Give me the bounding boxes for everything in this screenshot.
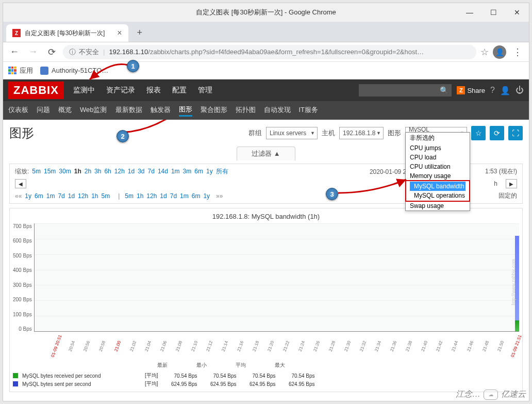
search-input[interactable] [359,84,452,96]
fullscreen-button[interactable]: ⛶ [508,126,523,140]
zoom-option[interactable]: 6m [194,168,203,175]
zoom-option[interactable]: 15m [44,168,56,175]
zoom-option[interactable]: 1m [171,168,180,175]
reload-button[interactable]: ⟳ [44,45,59,59]
zoom-option[interactable]: 7d [148,168,155,175]
step-next-button[interactable]: ▶ [506,179,517,188]
nav-step[interactable]: 12h [78,192,88,200]
url-host: 192.168.1.10 [109,48,148,56]
back-button[interactable]: ← [7,45,22,59]
favorite-button[interactable]: ☆ [471,126,486,140]
subnav-discovery[interactable]: 自动发现 [264,105,291,116]
subnav-dashboard[interactable]: 仪表板 [8,105,28,116]
bookmark-link[interactable]: Authority-51CTO… [40,67,108,75]
search-icon[interactable]: 🔍 [440,86,448,94]
nav-step[interactable]: 7d [58,192,64,200]
nav-step[interactable]: 1m [180,192,189,200]
nav-step[interactable]: 6m [192,192,201,200]
subnav-web[interactable]: Web监测 [80,105,107,116]
group-select[interactable]: Linux servers [266,127,318,139]
zoom-option[interactable]: 所有 [216,168,228,175]
nav-admin[interactable]: 管理 [196,86,214,95]
power-icon[interactable]: ⏻ [516,86,524,95]
browser-tab-title: 自定义图表 [每30秒刷新一次] [25,29,105,38]
nav-step[interactable]: 5m [125,192,134,200]
zabbix-header: ZABBIX 监测中 资产记录 报表 配置 管理 🔍 Z Share ? 👤 ⏻ [3,79,529,101]
dropdown-item[interactable]: Memory usage [406,171,470,181]
zoom-option[interactable]: 5m [32,168,41,175]
dropdown-item[interactable]: CPU jumps [406,143,470,153]
refresh-button[interactable]: ⟳ [490,126,504,140]
menu-icon[interactable]: ⋮ [510,45,525,59]
subnav-maps[interactable]: 拓扑图 [236,105,256,116]
window-maximize-button[interactable]: ☐ [481,3,505,22]
bookmark-star-icon[interactable]: ☆ [480,46,489,58]
dropdown-item[interactable]: CPU utilization [406,162,470,171]
zoom-option[interactable]: 1y [206,168,213,175]
tab-close-icon[interactable]: × [117,28,122,38]
nav-step[interactable]: 1m [46,192,55,200]
help-icon[interactable]: ? [490,86,495,95]
subnav-latest[interactable]: 最新数据 [115,105,142,116]
graph-dropdown[interactable]: 非所选的 CPU jumps CPU load CPU utilization … [405,132,470,211]
profile-icon[interactable]: 👤 [493,45,506,59]
apps-shortcut[interactable]: 应用 [8,66,33,75]
x-axis: 01-09 20:5120:5420:5620:5821:0021:0221:0… [44,332,519,357]
subnav-problems[interactable]: 问题 [37,105,50,116]
nav-config[interactable]: 配置 [170,86,189,95]
nav-step[interactable]: 1y [25,192,31,200]
user-icon[interactable]: 👤 [500,86,510,95]
zabbix-logo[interactable]: ZABBIX [8,82,64,99]
window-close-button[interactable]: ✕ [505,3,529,22]
bookmarks-bar: 应用 Authority-51CTO… 1 [3,62,529,79]
nav-step[interactable]: 12h [146,192,157,200]
dropdown-item-selected[interactable]: MySQL bandwidth [410,182,466,191]
step-prev-button[interactable]: ◀ [15,179,26,188]
series-recv-bar [515,320,519,331]
fixed-label[interactable]: 固定的 [498,191,517,200]
dropdown-item[interactable]: 非所选的 [406,133,470,143]
zoom-option[interactable]: 3m [183,168,192,175]
zoom-option[interactable]: 3d [138,168,144,175]
nav-last[interactable]: »» [216,192,223,200]
nav-step[interactable]: 1d [160,192,167,200]
zoom-option[interactable]: 1d [128,168,135,175]
zoom-option[interactable]: 14d [158,168,168,175]
nav-monitoring[interactable]: 监测中 [71,86,97,95]
zoom-option[interactable]: 2h [85,168,91,175]
forward-button[interactable]: → [26,45,40,59]
nav-first[interactable]: «« [15,192,22,200]
new-tab-button[interactable]: + [132,25,147,40]
zabbix-subnav: 仪表板 问题 概览 Web监测 最新数据 触发器 图形 聚合图形 拓扑图 自动发… [3,101,529,120]
share-link[interactable]: Z Share [457,86,485,94]
zoom-option[interactable]: 1h [74,168,81,175]
subnav-triggers[interactable]: 触发器 [151,105,171,116]
subnav-graphs[interactable]: 图形 [179,105,192,117]
nav-inventory[interactable]: 资产记录 [104,86,137,95]
zoom-option[interactable]: 6h [104,168,111,175]
zoom-option[interactable]: 3h [94,168,101,175]
window-minimize-button[interactable]: — [458,3,481,22]
subnav-screens[interactable]: 聚合图形 [201,105,227,116]
subnav-itservices[interactable]: IT服务 [299,105,319,116]
nav-step[interactable]: 1d [68,192,75,200]
browser-toolbar: ← → ⟳ ⓘ 不安全 | 192.168.1.10 /zabbix/chart… [3,42,529,62]
nav-step[interactable]: 6m [35,192,43,200]
zoom-option[interactable]: 30m [59,168,71,175]
nav-step[interactable]: 1h [137,192,143,200]
nav-step[interactable]: 7d [170,192,177,200]
address-bar[interactable]: ⓘ 不安全 | 192.168.1.10 /zabbix/charts.php?… [63,45,476,59]
filter-toggle[interactable]: 过滤器 ▲ [237,147,295,160]
nav-step[interactable]: 5m [102,192,110,200]
subnav-overview[interactable]: 概览 [58,105,72,116]
nav-step[interactable]: 1h [91,192,98,200]
zoom-option[interactable]: 12h [114,168,125,175]
host-select[interactable]: 192.168.1.8 [339,127,384,139]
nav-reports[interactable]: 报表 [144,86,163,95]
dropdown-item[interactable]: Swap usage [406,201,470,211]
nav-step[interactable]: 1y [203,192,210,200]
browser-tab[interactable]: Z 自定义图表 [每30秒刷新一次] × [6,24,128,42]
dropdown-item[interactable]: MySQL operations [410,191,466,200]
bookmark-favicon [40,67,48,75]
dropdown-item[interactable]: CPU load [406,153,470,162]
